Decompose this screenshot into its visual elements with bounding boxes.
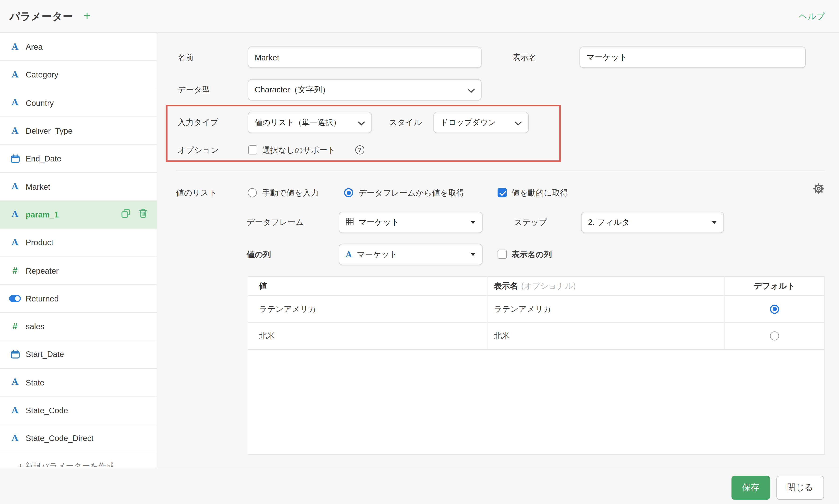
character-type-icon: A [9, 378, 21, 386]
no-selection-support-checkbox[interactable] [248, 145, 257, 155]
step-label: ステップ [514, 212, 547, 233]
value-column-value: マーケット [357, 249, 470, 260]
style-select[interactable]: ドロップダウン [433, 112, 529, 133]
sidebar-item-repeater[interactable]: # Repeater [0, 257, 157, 285]
display-name-column-label: 表示名の列 [512, 244, 552, 265]
values-table: 値 表示名 (オプショナル) デフォルト ラテンアメリカ ラテンアメリカ 北米 … [248, 276, 824, 455]
sidebar-item-label: Market [26, 182, 50, 191]
sidebar-item-label: param_1 [26, 210, 58, 219]
header-display-name-cell: 表示名 (オプショナル) [487, 277, 725, 295]
value-cell[interactable]: ラテンアメリカ [248, 295, 487, 322]
values-table-header: 値 表示名 (オプショナル) デフォルト [248, 277, 824, 295]
values-table-empty-area [248, 350, 824, 454]
display-name-label: 表示名 [513, 47, 537, 68]
sidebar-item-label: Start_Date [26, 350, 64, 359]
sidebar-item-label: Returned [26, 294, 58, 303]
style-value: ドロップダウン [440, 118, 515, 128]
display-name-cell[interactable]: ラテンアメリカ [487, 295, 725, 322]
sidebar-item-market[interactable]: A Market [0, 173, 157, 201]
help-question-icon[interactable] [355, 145, 364, 155]
header-default-cell: デフォルト [725, 277, 824, 295]
duplicate-parameter-icon[interactable] [121, 209, 131, 220]
gear-icon[interactable] [813, 183, 824, 194]
step-select[interactable]: 2. フィルタ [581, 212, 724, 233]
sidebar-item-label: State_Code_Direct [26, 434, 93, 443]
sidebar-item-label: State_Code [26, 406, 68, 415]
input-type-label: 入力タイプ [178, 112, 218, 133]
value-column-label: 値の列 [247, 244, 271, 265]
character-type-icon: A [9, 406, 21, 415]
manual-values-radio[interactable] [248, 188, 257, 197]
no-selection-support-label: 選択なしのサポート [262, 140, 336, 161]
character-type-icon: A [9, 182, 21, 191]
table-row: ラテンアメリカ ラテンアメリカ [248, 295, 824, 323]
create-new-parameter-item[interactable]: + 新規パラメーターを作成 [0, 452, 157, 467]
character-type-icon: A [9, 42, 21, 51]
name-input[interactable] [248, 47, 482, 68]
sidebar-item-label: Deliver_Type [26, 126, 73, 135]
dynamic-values-checkbox[interactable] [497, 188, 507, 197]
sidebar-item-label: Repeater [26, 266, 58, 275]
footer-bar: 保存 閉じる [0, 468, 839, 504]
create-new-parameter-label: + 新規パラメーターを作成 [0, 452, 157, 467]
value-column-select[interactable]: A マーケット [339, 244, 483, 265]
header-bar: パラメーター + ヘルプ [0, 0, 839, 33]
sidebar-item-end-date[interactable]: End_Date [0, 145, 157, 173]
sidebar-item-product[interactable]: A Product [0, 229, 157, 257]
calendar-icon [9, 155, 21, 163]
dropdown-triangle-icon [470, 221, 476, 224]
character-type-icon: A [346, 250, 352, 258]
default-radio[interactable] [770, 305, 779, 313]
from-dataframe-radio[interactable] [344, 188, 353, 197]
dataframe-select[interactable]: マーケット [339, 212, 483, 233]
sidebar-item-start-date[interactable]: Start_Date [0, 341, 157, 369]
chevron-down-icon [515, 118, 522, 127]
style-label: スタイル [389, 112, 422, 133]
sidebar-item-state-code-direct[interactable]: A State_Code_Direct [0, 425, 157, 452]
header-value-cell: 値 [248, 277, 487, 295]
name-label: 名前 [178, 47, 194, 68]
sidebar-item-state-code[interactable]: A State_Code [0, 396, 157, 425]
sidebar-item-label: Category [26, 70, 58, 79]
sidebar-item-state[interactable]: A State [0, 369, 157, 397]
sidebar-item-country[interactable]: A Country [0, 89, 157, 117]
character-type-icon: A [9, 70, 21, 79]
display-name-input[interactable] [580, 47, 806, 68]
data-type-value: Character（文字列） [255, 85, 468, 95]
value-cell[interactable]: 北米 [248, 323, 487, 349]
sidebar-item-category[interactable]: A Category [0, 61, 157, 89]
dataframe-grid-icon [346, 217, 354, 227]
display-name-cell[interactable]: 北米 [487, 323, 725, 349]
sidebar-item-sales[interactable]: # sales [0, 313, 157, 341]
numeric-type-icon: # [9, 322, 21, 331]
sidebar-item-area[interactable]: A Area [0, 33, 157, 61]
delete-parameter-icon[interactable] [138, 209, 148, 220]
sidebar-item-label: sales [26, 322, 45, 331]
default-radio[interactable] [770, 331, 779, 340]
table-row: 北米 北米 [248, 323, 824, 350]
input-type-value: 値のリスト（単一選択） [255, 118, 358, 128]
close-button[interactable]: 閉じる [776, 476, 824, 500]
display-name-column-checkbox[interactable] [497, 250, 507, 259]
sidebar-item-returned[interactable]: Returned [0, 285, 157, 313]
parameter-list-sidebar: A Area A Category A Country A Deliver_Ty… [0, 33, 157, 468]
character-type-icon: A [9, 98, 21, 107]
chevron-down-icon [358, 118, 365, 127]
data-type-select[interactable]: Character（文字列） [248, 79, 482, 101]
dataframe-value: マーケット [359, 217, 470, 228]
manual-values-label: 手動で値を入力 [262, 182, 319, 204]
default-cell [725, 295, 824, 322]
dropdown-triangle-icon [470, 253, 476, 256]
character-type-icon: A [9, 434, 21, 443]
add-parameter-button[interactable]: + [83, 0, 91, 32]
input-type-select[interactable]: 値のリスト（単一選択） [248, 112, 372, 133]
section-divider [176, 170, 824, 171]
sidebar-item-param-1[interactable]: A param_1 [0, 201, 157, 229]
options-label: オプション [178, 140, 219, 161]
help-link[interactable]: ヘルプ [799, 0, 825, 33]
save-button[interactable]: 保存 [732, 476, 770, 500]
calendar-icon [9, 350, 21, 359]
row-actions [121, 201, 148, 229]
parameter-dialog: パラメーター + ヘルプ A Area A Category A Country… [0, 0, 839, 504]
sidebar-item-deliver-type[interactable]: A Deliver_Type [0, 117, 157, 145]
